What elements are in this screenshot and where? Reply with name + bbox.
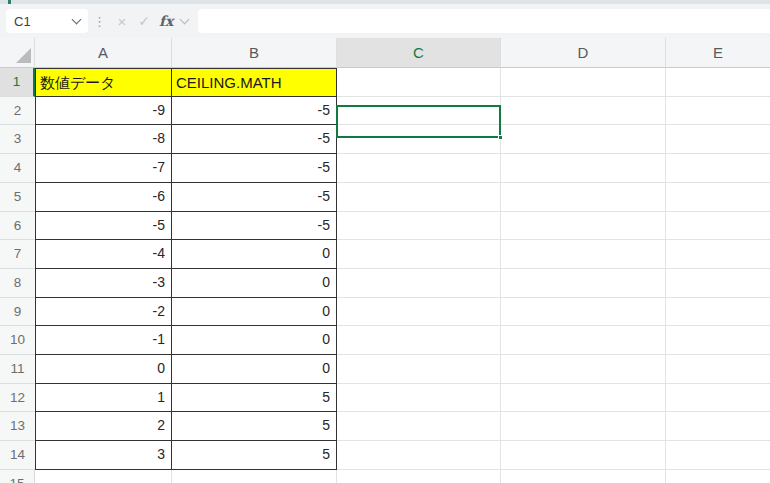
cell-col-d[interactable] bbox=[501, 326, 666, 355]
cell-col-e[interactable] bbox=[666, 97, 770, 126]
cell-col-a[interactable]: -8 bbox=[35, 125, 172, 154]
column-header-a[interactable]: A bbox=[35, 38, 172, 68]
cell-col-d[interactable] bbox=[501, 97, 666, 126]
row-header[interactable]: 6 bbox=[0, 212, 35, 241]
cell-col-c[interactable] bbox=[337, 384, 501, 413]
cell-col-e[interactable] bbox=[666, 441, 770, 470]
formula-input[interactable] bbox=[198, 9, 770, 33]
name-box[interactable]: C1 bbox=[6, 9, 88, 33]
cell-col-c[interactable] bbox=[337, 326, 501, 355]
cell-col-c[interactable] bbox=[337, 212, 501, 241]
cell-a15[interactable] bbox=[35, 470, 172, 483]
row-header[interactable]: 1 bbox=[0, 68, 35, 97]
cell-col-e[interactable] bbox=[666, 240, 770, 269]
cell-col-b[interactable]: -5 bbox=[172, 212, 337, 241]
column-header-c-selected[interactable]: C bbox=[337, 38, 501, 68]
cell-col-d[interactable] bbox=[501, 355, 666, 384]
cell-col-d[interactable] bbox=[501, 384, 666, 413]
cell-col-c[interactable] bbox=[337, 298, 501, 327]
cancel-icon[interactable]: × bbox=[111, 13, 133, 30]
column-header-e[interactable]: E bbox=[666, 38, 770, 68]
cell-col-c[interactable] bbox=[337, 412, 501, 441]
row-header[interactable]: 7 bbox=[0, 240, 35, 269]
cell-col-a[interactable]: 2 bbox=[35, 412, 172, 441]
cell-col-a[interactable]: -3 bbox=[35, 269, 172, 298]
cell-col-b[interactable]: 0 bbox=[172, 298, 337, 327]
cell-col-a[interactable]: -6 bbox=[35, 183, 172, 212]
cell-col-a[interactable]: 3 bbox=[35, 441, 172, 470]
row-header[interactable]: 12 bbox=[0, 384, 35, 413]
cell-c1-active[interactable] bbox=[337, 68, 501, 97]
cell-col-a[interactable]: -5 bbox=[35, 212, 172, 241]
cell-col-b[interactable]: -5 bbox=[172, 154, 337, 183]
cell-b1[interactable]: CEILING.MATH bbox=[172, 68, 337, 97]
cell-col-d[interactable] bbox=[501, 412, 666, 441]
cell-d1[interactable] bbox=[501, 68, 666, 97]
cell-col-c[interactable] bbox=[337, 183, 501, 212]
cell-col-c[interactable] bbox=[337, 355, 501, 384]
cell-col-c[interactable] bbox=[337, 269, 501, 298]
cell-col-d[interactable] bbox=[501, 298, 666, 327]
row-header[interactable]: 15 bbox=[0, 470, 35, 483]
cell-col-d[interactable] bbox=[501, 125, 666, 154]
column-header-b[interactable]: B bbox=[172, 38, 337, 68]
cell-col-d[interactable] bbox=[501, 183, 666, 212]
row-header[interactable]: 14 bbox=[0, 441, 35, 470]
select-all-button[interactable] bbox=[0, 38, 35, 68]
cell-col-d[interactable] bbox=[501, 269, 666, 298]
cell-col-c[interactable] bbox=[337, 154, 501, 183]
cell-b15[interactable] bbox=[172, 470, 337, 483]
cell-c15[interactable] bbox=[337, 470, 501, 483]
cell-col-c[interactable] bbox=[337, 240, 501, 269]
cell-col-a[interactable]: -9 bbox=[35, 97, 172, 126]
cell-col-b[interactable]: 5 bbox=[172, 384, 337, 413]
cell-col-a[interactable]: -7 bbox=[35, 154, 172, 183]
cell-col-e[interactable] bbox=[666, 125, 770, 154]
cell-e1[interactable] bbox=[666, 68, 770, 97]
cell-col-e[interactable] bbox=[666, 183, 770, 212]
cell-col-e[interactable] bbox=[666, 326, 770, 355]
cell-col-b[interactable]: -5 bbox=[172, 125, 337, 154]
column-header-d[interactable]: D bbox=[501, 38, 666, 68]
cell-col-e[interactable] bbox=[666, 412, 770, 441]
cell-a1[interactable]: 数値データ bbox=[35, 68, 172, 97]
cell-col-b[interactable]: 0 bbox=[172, 355, 337, 384]
cell-col-e[interactable] bbox=[666, 154, 770, 183]
row-header[interactable]: 9 bbox=[0, 298, 35, 327]
row-header[interactable]: 2 bbox=[0, 97, 35, 126]
cell-col-d[interactable] bbox=[501, 154, 666, 183]
cell-col-a[interactable]: -2 bbox=[35, 298, 172, 327]
cell-col-a[interactable]: -1 bbox=[35, 326, 172, 355]
row-header[interactable]: 5 bbox=[0, 183, 35, 212]
row-header[interactable]: 13 bbox=[0, 412, 35, 441]
cell-col-d[interactable] bbox=[501, 240, 666, 269]
cell-col-b[interactable]: 0 bbox=[172, 240, 337, 269]
cell-col-e[interactable] bbox=[666, 298, 770, 327]
row-header[interactable]: 10 bbox=[0, 326, 35, 355]
fill-handle[interactable] bbox=[498, 135, 503, 140]
chevron-down-icon[interactable] bbox=[72, 14, 82, 24]
enter-icon[interactable]: ✓ bbox=[133, 13, 155, 29]
cell-col-d[interactable] bbox=[501, 441, 666, 470]
row-header[interactable]: 8 bbox=[0, 269, 35, 298]
row-header[interactable]: 11 bbox=[0, 355, 35, 384]
row-header[interactable]: 3 bbox=[0, 125, 35, 154]
chevron-down-icon[interactable] bbox=[179, 14, 189, 24]
cell-col-c[interactable] bbox=[337, 97, 501, 126]
cell-col-b[interactable]: -5 bbox=[172, 97, 337, 126]
insert-function-icon[interactable]: fx bbox=[159, 13, 173, 29]
cell-col-e[interactable] bbox=[666, 269, 770, 298]
cell-col-e[interactable] bbox=[666, 355, 770, 384]
cell-col-a[interactable]: -4 bbox=[35, 240, 172, 269]
cell-col-a[interactable]: 0 bbox=[35, 355, 172, 384]
cell-col-e[interactable] bbox=[666, 212, 770, 241]
cell-d15[interactable] bbox=[501, 470, 666, 483]
cell-col-b[interactable]: 5 bbox=[172, 412, 337, 441]
cell-col-a[interactable]: 1 bbox=[35, 384, 172, 413]
cell-col-c[interactable] bbox=[337, 125, 501, 154]
cell-col-c[interactable] bbox=[337, 441, 501, 470]
cell-col-b[interactable]: 5 bbox=[172, 441, 337, 470]
row-header[interactable]: 4 bbox=[0, 154, 35, 183]
cell-col-e[interactable] bbox=[666, 384, 770, 413]
cell-col-d[interactable] bbox=[501, 212, 666, 241]
